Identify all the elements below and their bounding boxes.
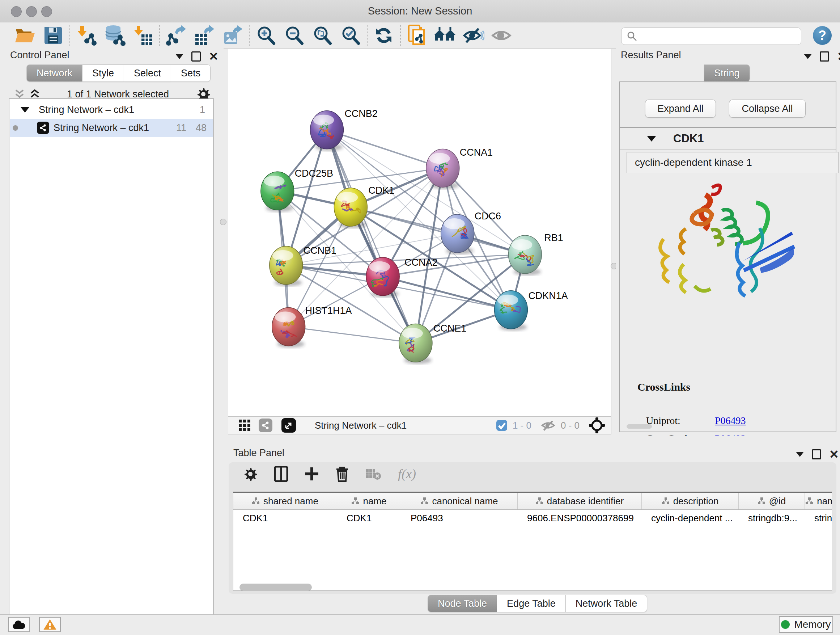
zoom-out-icon (284, 25, 304, 46)
node-label-HIST1H1A: HIST1H1A (305, 305, 352, 316)
network-node-RB1[interactable] (508, 235, 542, 276)
selected-checkbox-icon[interactable] (496, 420, 508, 431)
left-splitter-knob[interactable] (220, 219, 226, 225)
panel-maximize-button[interactable] (812, 449, 821, 459)
zoom-fit-button[interactable] (308, 24, 336, 48)
gene-description: cyclin-dependent kinase 1 (627, 152, 838, 173)
export-image-button[interactable] (218, 24, 247, 48)
warnings-button[interactable] (39, 617, 61, 632)
column-header-namespace[interactable]: namespace (805, 493, 832, 509)
open-session-button[interactable] (11, 24, 39, 48)
fit-selection-target-icon[interactable] (589, 417, 605, 434)
export-table-button[interactable] (190, 24, 218, 48)
search-input[interactable] (638, 30, 791, 42)
column-header-canonical-name[interactable]: canonical name (401, 493, 518, 509)
network-node-CCNB1[interactable] (270, 246, 303, 287)
network-node-CDC6[interactable] (441, 214, 474, 255)
table-cell[interactable]: P06493 (401, 510, 518, 526)
network-node-CDK1[interactable] (334, 188, 367, 228)
table-cell[interactable]: 9606.ENSP00000378699 (518, 510, 642, 526)
panel-close-button[interactable]: ✕ (837, 51, 840, 62)
gene-expander-icon[interactable] (647, 136, 656, 141)
cloud-status-button[interactable] (8, 617, 30, 632)
memory-button[interactable]: Memory (779, 616, 833, 633)
network-node-CDKN1A[interactable] (494, 291, 528, 331)
column-header-@id[interactable]: @id (739, 493, 805, 509)
column-header-shared-name[interactable]: shared name (233, 493, 337, 509)
panel-close-button[interactable]: ✕ (829, 448, 839, 460)
table-panel: Table Panel ✕ (224, 436, 840, 614)
gene-section-header[interactable]: CDK1 (620, 128, 836, 149)
panel-maximize-button[interactable] (191, 51, 201, 62)
network-view-toolbar: String Network – cdk1 1 - 0 0 - 0 (228, 416, 611, 434)
collection-name: String Network – cdk1 (39, 104, 134, 116)
table-row[interactable]: CDK1CDK1P064939606.ENSP00000378699cyclin… (233, 510, 832, 526)
panel-float-button[interactable] (804, 54, 812, 59)
column-header-database-identifier[interactable]: database identifier (518, 493, 642, 509)
network-node-CCNE1[interactable] (399, 324, 432, 364)
panel-maximize-button[interactable] (820, 51, 829, 62)
show-hidden-button[interactable] (488, 24, 516, 48)
expand-all-button[interactable]: Expand All (645, 100, 716, 118)
hide-selected-button[interactable] (459, 24, 488, 48)
zoom-out-button[interactable] (280, 24, 308, 48)
clone-network-button[interactable] (403, 24, 431, 48)
table-hscroll-thumb[interactable] (240, 584, 312, 591)
import-network-from-database-button[interactable] (101, 24, 129, 48)
network-canvas[interactable]: CCNB2CCNA1CDC25BCDK1CDC6RB1CCNB1CCNA2CDK… (228, 49, 611, 416)
collection-expander-icon[interactable] (21, 107, 29, 112)
network-selection-status: 1 of 1 Network selected (40, 89, 196, 100)
show-columns-icon[interactable] (274, 466, 288, 482)
tab-node-table[interactable]: Node Table (428, 595, 497, 612)
table-options-gear-icon[interactable] (243, 467, 257, 481)
results-hscroll-thumb[interactable] (627, 424, 652, 429)
help-button[interactable]: ? (813, 26, 832, 45)
import-table-button[interactable] (129, 24, 157, 48)
table-cell[interactable]: stringdb:9... (739, 510, 805, 526)
network-row[interactable]: String Network – cdk1 11 48 (10, 119, 213, 137)
collapse-all-icon[interactable] (14, 89, 25, 99)
import-network-button[interactable] (73, 24, 101, 48)
save-session-button[interactable] (39, 24, 67, 48)
collapse-all-button[interactable]: Collapse All (729, 100, 806, 118)
tab-network[interactable]: Network (27, 65, 82, 82)
tab-string[interactable]: String (704, 65, 750, 82)
network-node-CCNA2[interactable] (366, 257, 399, 298)
detach-view-icon[interactable] (281, 418, 296, 432)
zoom-in-button[interactable] (252, 24, 280, 48)
table-cell[interactable]: cyclin-dependent ... (642, 510, 739, 526)
first-neighbors-button[interactable] (431, 24, 459, 48)
column-header-name[interactable]: name (337, 493, 401, 509)
table-cell[interactable]: CDK1 (233, 510, 337, 526)
refresh-button[interactable] (370, 24, 398, 48)
panel-close-button[interactable]: ✕ (209, 51, 218, 62)
hidden-count: 0 - 0 (561, 420, 579, 431)
tab-edge-table[interactable]: Edge Table (497, 595, 566, 612)
expand-all-icon[interactable] (30, 89, 40, 99)
network-node-CCNA1[interactable] (426, 149, 459, 189)
column-type-icon (758, 497, 766, 505)
create-column-plus-icon[interactable] (305, 467, 319, 481)
network-birdseye-icon[interactable] (259, 418, 272, 432)
export-network-button[interactable] (162, 24, 190, 48)
network-node-HIST1H1A[interactable] (272, 308, 305, 348)
panel-float-button[interactable] (175, 54, 183, 59)
delete-column-trash-icon[interactable] (336, 466, 349, 482)
network-node-CDC25B[interactable] (261, 172, 294, 212)
panel-float-button[interactable] (796, 452, 804, 457)
crosslink-link[interactable]: P06493 (715, 415, 746, 426)
tab-select[interactable]: Select (124, 65, 171, 82)
main-toolbar: ? (0, 22, 840, 49)
tab-style[interactable]: Style (82, 65, 124, 82)
network-edge-count: 48 (196, 122, 207, 134)
zoom-selected-button[interactable] (336, 24, 365, 48)
table-cell[interactable]: stringdb (805, 510, 832, 526)
table-cell[interactable]: CDK1 (337, 510, 401, 526)
column-header-description[interactable]: description (642, 493, 739, 509)
grid-view-icon[interactable] (238, 419, 251, 432)
netbar-separator (536, 419, 536, 432)
network-collection-row[interactable]: String Network – cdk1 1 (10, 101, 213, 119)
tab-network-table[interactable]: Network Table (566, 595, 647, 612)
results-panel: Results Panel ✕ String Expand All Collap… (616, 49, 840, 442)
tab-sets[interactable]: Sets (171, 65, 210, 82)
